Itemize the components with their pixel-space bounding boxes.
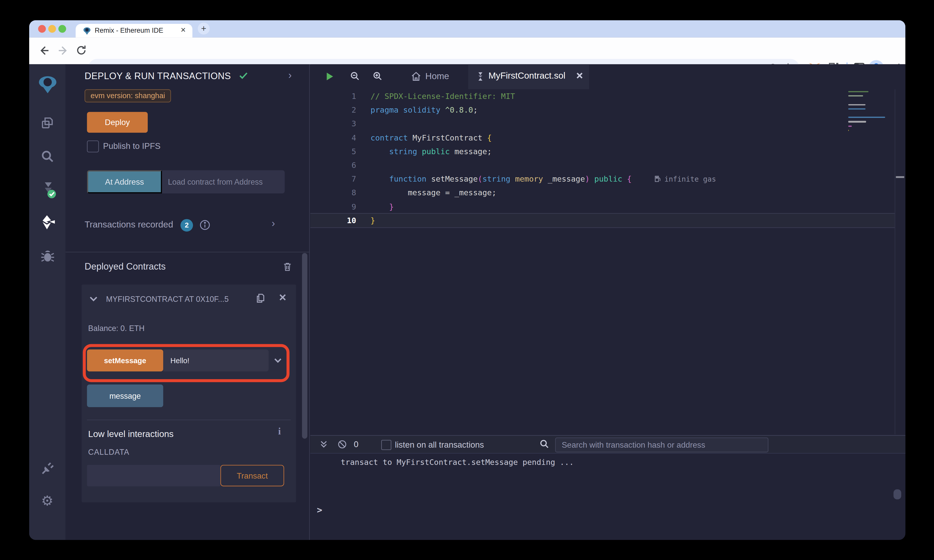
collapse-terminal-icon[interactable] — [319, 439, 330, 450]
clear-console-icon[interactable] — [337, 439, 348, 450]
solidity-compiler-icon[interactable] — [40, 181, 55, 196]
deploy-run-panel: DEPLOY & RUN TRANSACTIONS › evm version:… — [65, 64, 310, 540]
browser-tabstrip: Remix - Ethereum IDE ✕ + — [29, 20, 905, 37]
code-line[interactable]: 6 — [310, 158, 895, 172]
solidity-file-icon — [477, 72, 484, 82]
transact-button[interactable]: Transact — [220, 465, 284, 486]
copy-address-icon[interactable] — [254, 292, 266, 305]
clear-contracts-trash-icon[interactable] — [282, 261, 292, 272]
evm-version-badge: evm version: shanghai — [85, 89, 171, 103]
plugin-manager-icon[interactable] — [40, 461, 55, 476]
listen-transactions-checkbox[interactable] — [381, 440, 391, 450]
transactions-info-icon[interactable] — [199, 219, 211, 231]
message-button[interactable]: message — [87, 385, 163, 407]
file-explorer-icon[interactable] — [40, 115, 55, 131]
home-icon — [410, 71, 422, 82]
line-number: 10 — [310, 214, 356, 227]
terminal-prompt: > — [317, 505, 322, 515]
minimap-line — [848, 129, 849, 131]
transactions-expand-chevron-icon[interactable]: › — [271, 218, 275, 230]
browser-window: Remix - Ethereum IDE ✕ + remix.ethereum.… — [29, 20, 905, 540]
terminal-log-line: transact to MyFirstContract.setMessage p… — [341, 458, 573, 467]
remix-logo-icon[interactable] — [37, 75, 53, 91]
search-icon[interactable] — [40, 149, 55, 165]
minimap-line — [848, 125, 852, 126]
pending-count: 0 — [354, 439, 358, 449]
code-line[interactable]: 9 } — [310, 200, 895, 213]
transactions-recorded-label: Transactions recorded — [85, 219, 173, 229]
minimap-line — [848, 108, 865, 109]
code-editor[interactable]: 1// SPDX-License-Identifier: MIT2pragma … — [310, 89, 895, 434]
panel-collapse-chevron-icon[interactable]: › — [288, 70, 291, 82]
code-line[interactable]: 2pragma solidity ^0.8.0; — [310, 103, 895, 117]
browser-toolbar: remix.ethereum.org/#lang=en&optimize=fal… — [29, 37, 905, 65]
calldata-input[interactable] — [87, 465, 220, 486]
editor-area: Home MyFirstContract.sol 1// SPDX-Licens… — [310, 64, 906, 540]
setmessage-button[interactable]: setMessage — [87, 349, 163, 372]
tab-title: Remix - Ethereum IDE — [95, 27, 163, 34]
settings-gear-icon[interactable]: ⚙ — [41, 493, 57, 508]
screenshot: Remix - Ethereum IDE ✕ + remix.ethereum.… — [0, 0, 934, 560]
line-number: 4 — [310, 131, 356, 144]
editor-minimap[interactable] — [848, 91, 892, 134]
code-text: string public message; — [371, 145, 492, 158]
line-number: 1 — [310, 89, 356, 103]
reload-icon[interactable] — [75, 44, 88, 57]
code-line[interactable]: 7 function setMessage(string memory _mes… — [310, 172, 895, 186]
setmessage-value-input[interactable] — [163, 349, 268, 372]
zoom-out-icon[interactable] — [350, 71, 361, 82]
terminal-toolbar: 0 listen on all transactions — [310, 435, 906, 454]
close-window-button[interactable] — [38, 25, 46, 33]
publish-ipfs-label: Publish to IPFS — [103, 141, 160, 151]
panel-title: DEPLOY & RUN TRANSACTIONS — [85, 70, 248, 82]
forward-icon[interactable] — [57, 44, 70, 57]
code-line[interactable]: 1// SPDX-License-Identifier: MIT — [310, 89, 895, 103]
deploy-run-icon[interactable] — [40, 214, 55, 230]
editor-scrollbar-thumb[interactable] — [896, 176, 904, 178]
code-line[interactable]: 3 — [310, 117, 895, 131]
terminal-scrollbar-thumb[interactable] — [893, 489, 901, 499]
compiled-check-icon — [238, 70, 248, 80]
contract-title: MYFIRSTCONTRACT AT 0X10F...5 — [106, 295, 251, 304]
section-divider — [65, 252, 310, 252]
at-address-button[interactable]: At Address — [87, 170, 162, 194]
code-line[interactable]: 8 message = _message; — [310, 186, 895, 200]
tab-myfirstcontract[interactable]: MyFirstContract.sol — [468, 64, 589, 89]
transactions-count-badge: 2 — [180, 219, 193, 232]
maximize-window-button[interactable] — [59, 25, 66, 33]
low-level-info-icon[interactable]: i — [278, 426, 281, 437]
deploy-button[interactable]: Deploy — [87, 112, 148, 133]
code-line[interactable]: 5 string public message; — [310, 145, 895, 158]
contract-expand-chevron-icon[interactable] — [89, 294, 99, 304]
remove-contract-close-icon[interactable] — [278, 293, 287, 302]
expand-args-chevron-icon[interactable] — [273, 356, 282, 365]
panel-scrollbar[interactable] — [302, 253, 307, 438]
run-script-play-icon[interactable] — [325, 71, 336, 82]
home-tab-label: Home — [425, 71, 449, 81]
tab-close-icon[interactable]: ✕ — [180, 26, 186, 34]
line-number: 8 — [310, 186, 356, 200]
code-line[interactable]: 4contract MyFirstContract { — [310, 131, 895, 144]
code-line[interactable]: 10} — [310, 213, 895, 228]
zoom-in-icon[interactable] — [372, 71, 384, 82]
terminal-search-input[interactable] — [555, 437, 768, 452]
calldata-label: CALLDATA — [88, 448, 129, 457]
close-file-tab-icon[interactable] — [575, 72, 584, 80]
at-address-input[interactable] — [162, 170, 285, 194]
publish-ipfs-checkbox[interactable] — [87, 140, 99, 152]
minimize-window-button[interactable] — [48, 25, 56, 33]
new-tab-button[interactable]: + — [198, 23, 210, 34]
code-text: } — [371, 200, 394, 213]
debugger-bug-icon[interactable] — [40, 248, 55, 263]
code-text: } — [371, 214, 375, 227]
browser-tab[interactable]: Remix - Ethereum IDE ✕ — [76, 24, 193, 37]
deployed-contract-card: MYFIRSTCONTRACT AT 0X10F...5 Balance: 0.… — [82, 285, 296, 502]
remix-favicon — [83, 27, 91, 35]
low-level-heading: Low level interactions — [88, 429, 174, 439]
remix-app: ⚙ DEPLOY & RUN TRANSACTIONS › evm versio… — [29, 64, 905, 540]
minimap-line — [848, 117, 885, 118]
terminal-search-icon — [539, 439, 550, 449]
back-icon[interactable] — [37, 44, 51, 57]
editor-tabbar: Home MyFirstContract.sol — [310, 64, 906, 89]
line-number: 2 — [310, 103, 356, 117]
